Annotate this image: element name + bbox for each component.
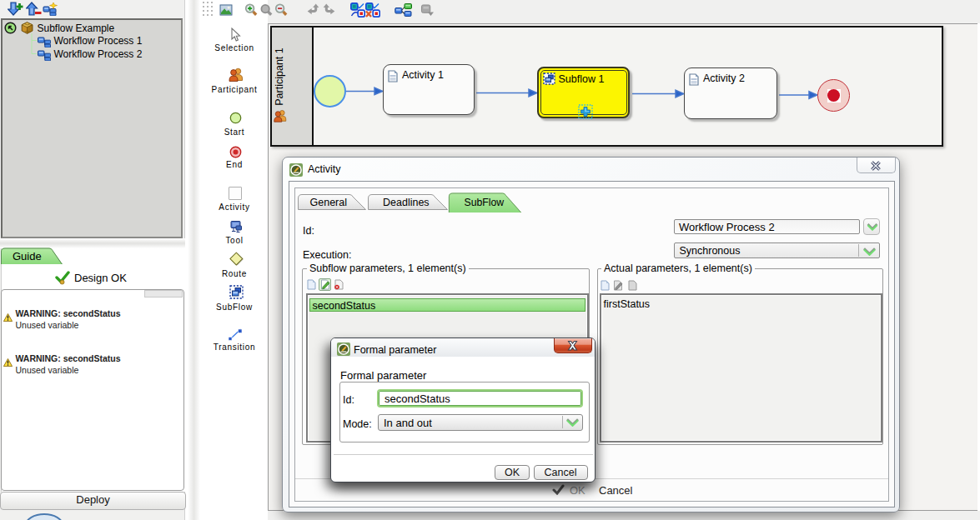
svg-text:Guide: Guide: [13, 250, 42, 262]
svg-text:SubFlow: SubFlow: [465, 196, 505, 208]
svg-text:Deadlines: Deadlines: [383, 197, 430, 208]
svg-text:General: General: [310, 197, 347, 208]
